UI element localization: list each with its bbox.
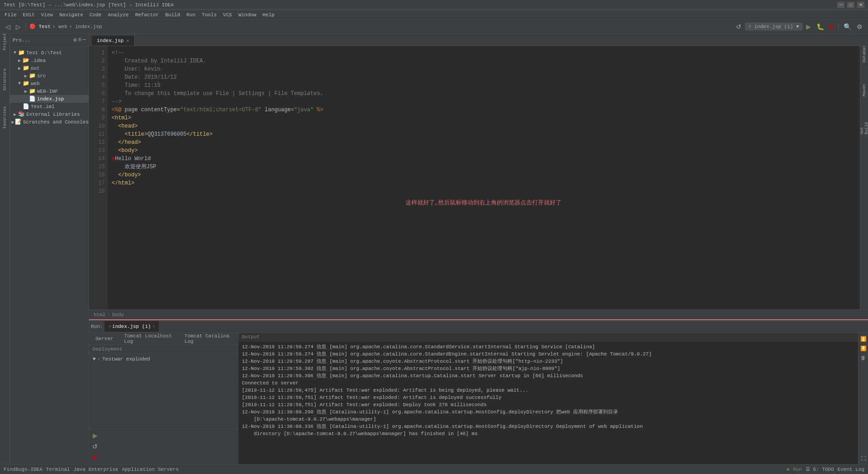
todo-button[interactable]: ☰ 6: TODO — [806, 466, 834, 472]
code-line-7: --> — [112, 98, 855, 106]
clear-output-button[interactable]: 🗑 — [859, 354, 868, 362]
layout-icon[interactable]: ≡ — [78, 37, 81, 43]
tree-item-webinf[interactable]: ▶ 📁 WEB-INF — [10, 87, 89, 95]
code-line-11: <title>QQ3137696005</title> — [112, 130, 855, 138]
tomcat-catalina-log-tab[interactable]: Tomcat Catalina Log — [180, 333, 236, 344]
menu-build[interactable]: Build — [162, 11, 183, 19]
code-line-3: User: Kevin — [112, 65, 855, 73]
tree-item-src[interactable]: ▶ 📁 src — [10, 72, 89, 80]
expand-output-button[interactable]: ⛶ — [859, 454, 868, 462]
search-everywhere-button[interactable]: 🔍 — [842, 22, 853, 31]
run-bottom-button[interactable]: ▶ Run — [787, 466, 802, 472]
editor-tab-bar: index.jsp ✕ — [89, 33, 868, 46]
run-config-selector[interactable]: ⚡ index.jsp (1) ▼ — [745, 23, 802, 30]
deployment-panel: Server Tomcat Localhost Log Tomcat Catal… — [89, 333, 238, 464]
server-tab[interactable]: Server — [91, 333, 118, 344]
close-sidebar-icon[interactable]: ─ — [83, 37, 86, 43]
menu-code[interactable]: Code — [87, 11, 104, 19]
tomcat-localhost-log-tab[interactable]: Tomcat Localhost Log — [120, 333, 178, 344]
expand-arrow-icon: ▼ — [93, 356, 96, 362]
code-line-2: Created by IntelliJ IDEA. — [112, 57, 855, 65]
back-button[interactable]: ◁ — [4, 22, 12, 31]
tree-item-out[interactable]: ▶ 📁 out — [10, 64, 89, 72]
run-tab-indexjsp[interactable]: ⚡ index.jsp (1) ✕ — [104, 321, 159, 332]
breadcrumb-html[interactable]: html — [94, 312, 105, 318]
menu-view[interactable]: View — [38, 11, 56, 19]
run-tool-reload-button[interactable]: ↺ — [90, 441, 100, 451]
editor-area: 12345 678910 1112131415 161718 <!-- Crea… — [89, 46, 868, 464]
settings-button[interactable]: ⚙ — [855, 22, 864, 31]
menu-edit[interactable]: Edit — [20, 11, 37, 19]
output-area[interactable]: 12-Nov-2019 11:29:59.274 信息 [main] org.a… — [238, 341, 858, 464]
project-folder-icon: 📁 — [18, 49, 25, 56]
bottom-right-buttons: ▶ Run ☰ 6: TODO Event Log — [787, 466, 864, 472]
run-tab-close[interactable]: ✕ — [153, 324, 155, 329]
database-strip-button[interactable]: Database — [860, 48, 868, 57]
run-content: Server Tomcat Localhost Log Tomcat Catal… — [89, 333, 868, 464]
project-tool-button[interactable]: Project — [0, 37, 9, 46]
menu-refactor[interactable]: Refactor — [132, 11, 162, 19]
tree-item-scratches[interactable]: ▶ 📝 Scratches and Consoles — [10, 118, 89, 126]
menu-analyze[interactable]: Analyze — [105, 11, 131, 19]
run-tool-stop-button[interactable]: ■ — [90, 452, 100, 462]
scroll-up-button[interactable]: ⏫ — [859, 335, 868, 343]
log-line-10: 12-Nov-2019 11:30:09.290 信息 [Catalina-ut… — [242, 408, 854, 423]
tree-item-idea[interactable]: ▶ 📂 .idea — [10, 57, 89, 64]
maven-strip-button[interactable]: Maven — [860, 86, 868, 95]
run-tool-play-button[interactable]: ▶ — [90, 431, 100, 441]
refresh-button[interactable]: ↺ — [734, 22, 743, 31]
menu-window[interactable]: Window — [236, 11, 259, 19]
project-sidebar: Pro... ⚙ ≡ ─ ▼ 📁 Test D:\Test ▶ 📂 .idea — [10, 33, 89, 464]
scratch-icon: 📝 — [15, 118, 22, 125]
log-line-3: 12-Nov-2019 11:29:59.287 信息 [main] org.a… — [242, 358, 854, 365]
code-content[interactable]: <!-- Created by IntelliJ IDEA. User: Kev… — [107, 46, 860, 309]
menu-bar: File Edit View Navigate Code Analyze Ref… — [0, 10, 868, 20]
run-button[interactable]: ▶ — [804, 22, 813, 31]
maximize-button[interactable]: □ — [847, 2, 854, 8]
close-button[interactable]: ✕ — [857, 2, 864, 8]
tab-close-icon[interactable]: ✕ — [126, 38, 129, 43]
breadcrumb-body[interactable]: body — [112, 312, 124, 318]
code-line-17: </html> — [112, 179, 855, 187]
tree-item-web[interactable]: ▼ 📁 web — [10, 80, 89, 87]
menu-navigate[interactable]: Navigate — [57, 11, 86, 19]
editor-tab-indexjsp[interactable]: index.jsp ✕ — [91, 35, 135, 46]
structure-tool-button[interactable]: Structure — [0, 75, 9, 84]
green-check-icon: ✓ — [98, 356, 101, 362]
code-line-1: <!-- — [112, 49, 855, 57]
terminal-button[interactable]: Terminal — [46, 467, 70, 472]
stop-button[interactable]: ■ — [828, 22, 835, 31]
editor-panel: index.jsp ✕ 12345 678910 1112131415 1617… — [89, 33, 868, 464]
scroll-down-button[interactable]: ⏬ — [859, 344, 868, 352]
menu-tools[interactable]: Tools — [199, 11, 219, 19]
java-enterprise-button[interactable]: Java Enterprise — [74, 467, 118, 472]
code-line-16: </body> — [112, 171, 855, 179]
webinf-folder-icon: 📁 — [29, 88, 36, 95]
menu-run[interactable]: Run — [184, 11, 198, 19]
tree-item-testiml[interactable]: ▶ 📄 Test.iml — [10, 103, 89, 110]
debug-button[interactable]: 🐛 — [815, 22, 826, 31]
code-line-10: <head> — [112, 122, 855, 130]
testwar-item[interactable]: ▼ ✓ Testwar exploded — [93, 356, 234, 362]
tree-item-extlibs[interactable]: ▶ 📚 External Libraries — [10, 110, 89, 118]
run-panel: Run: ⚡ index.jsp (1) ✕ Server Tomcat — [89, 319, 868, 464]
menu-help[interactable]: Help — [260, 11, 277, 19]
event-log-button[interactable]: Event Log — [838, 467, 864, 472]
gear-icon[interactable]: ⚙ — [73, 37, 76, 43]
menu-file[interactable]: File — [2, 11, 19, 19]
favorites-tool-button[interactable]: Favorites — [0, 113, 9, 122]
output-panel: Output 12-Nov-2019 11:29:59.274 信息 [main… — [238, 333, 858, 464]
minimize-button[interactable]: ─ — [837, 2, 844, 8]
tree-item-indexjsp[interactable]: ▶ 📄 index.jsp — [10, 95, 89, 103]
app-servers-button[interactable]: Application Servers — [122, 467, 179, 472]
editor-breadcrumb: html › body — [89, 309, 868, 319]
antbuild-strip-button[interactable]: Ant Build — [860, 124, 868, 133]
toolbar-separator-1 — [26, 23, 26, 31]
sidebar-header: Pro... ⚙ ≡ ─ — [10, 33, 89, 47]
iml-file-icon: 📄 — [23, 103, 29, 110]
menu-vcs[interactable]: VCS — [220, 11, 235, 19]
forward-button[interactable]: ▷ — [14, 22, 23, 31]
breadcrumb-separator: › — [107, 312, 110, 318]
findbugs-button[interactable]: FindBugs-IDEA — [4, 467, 42, 472]
tree-item-test[interactable]: ▼ 📁 Test D:\Test — [10, 49, 89, 57]
